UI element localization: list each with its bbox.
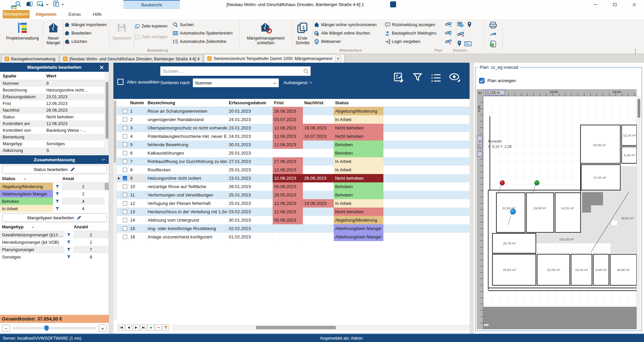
summary-row[interactable]: Sonstiges6 bbox=[0, 253, 109, 261]
sort-ascending-icon[interactable] bbox=[23, 178, 26, 180]
splitter-left[interactable] bbox=[109, 63, 113, 334]
summary-row[interactable]: Behoben4 bbox=[0, 197, 109, 205]
column-header-bezeichnung[interactable]: Bezeichnung bbox=[146, 100, 227, 105]
login-vergeben-button[interactable]: Login vergeben bbox=[385, 39, 441, 45]
zeile-kopieren-button[interactable]: Zeile kopieren bbox=[135, 23, 171, 29]
mangeltypen-bearbeiten-button[interactable]: Mangeltypen bearbeiten bbox=[2, 213, 107, 222]
filter-icon[interactable] bbox=[55, 192, 59, 196]
maengel-importieren-button[interactable]: Mängel importieren bbox=[64, 22, 109, 28]
row-checkbox[interactable] bbox=[123, 210, 127, 214]
import-house-icon[interactable] bbox=[26, 1, 33, 8]
plan-label-icon[interactable] bbox=[464, 41, 472, 48]
summary-row[interactable]: Planungsmangel7 bbox=[0, 246, 109, 253]
detail-row[interactable]: Kontrolliert am12.06.2023 bbox=[0, 120, 105, 127]
report-icon[interactable] bbox=[53, 1, 59, 8]
row-checkbox[interactable] bbox=[123, 134, 127, 138]
detail-row[interactable]: Kontrolliert vonBauleitung Weise - ... bbox=[0, 127, 105, 134]
alle-maengel-online-loeschen-button[interactable]: Alle Mängel online löschen bbox=[314, 30, 385, 36]
maengelmanagement-schliessen-button[interactable]: Mängelmanagement schließen bbox=[240, 19, 291, 47]
auto-zeilenhoehe-button[interactable]: Automatische Zeilenhöhe bbox=[173, 39, 238, 45]
maengel-online-sync-button[interactable]: Mängel online synchronisieren bbox=[314, 22, 385, 28]
bautagebuch-weblogins-button[interactable]: Bautagebuch Weblogins bbox=[385, 30, 441, 36]
horizontal-scrollbar[interactable] bbox=[172, 325, 470, 330]
table-row[interactable]: 13Herdanschluss in der Verteilung mit 1,… bbox=[113, 208, 470, 216]
row-checkbox[interactable] bbox=[123, 117, 127, 122]
detail-row[interactable]: Nachfrist26.06.2023 bbox=[0, 107, 105, 114]
sort-direction-button[interactable]: Aufsteigend bbox=[283, 80, 312, 85]
table-row[interactable]: 5fehlende Bewehrung30.01.202312.06.2023B… bbox=[113, 140, 470, 149]
zoom-in-button[interactable]: + bbox=[99, 325, 107, 332]
plan-anzeigen-checkbox[interactable]: Plan anzeigen bbox=[479, 78, 516, 83]
cad-viewer[interactable]: 10,00 20,00 0,155 m m 0,00 2,377 m bbox=[477, 89, 641, 329]
summary-row[interactable]: Ablehnung/kein Mangel2 bbox=[0, 190, 109, 197]
zeile-einfuegen-button[interactable]: Zeile einfügen bbox=[135, 34, 171, 40]
view-edit-icon[interactable] bbox=[449, 72, 461, 84]
filter-rows-button[interactable] bbox=[162, 324, 169, 331]
remove-row-button[interactable]: − bbox=[155, 324, 162, 331]
column-header-frist[interactable]: Frist bbox=[273, 100, 303, 105]
table-row[interactable]: 6Kalkausblühungen25.01.2023Behoben bbox=[113, 149, 470, 157]
app-menu-button[interactable]: Bautagebuch bbox=[3, 10, 30, 18]
nav-last-button[interactable] bbox=[140, 324, 147, 331]
filter-icon[interactable] bbox=[55, 207, 59, 211]
detail-scrollbar[interactable] bbox=[105, 72, 109, 154]
row-checkbox[interactable] bbox=[123, 226, 127, 231]
edit-list-icon[interactable] bbox=[393, 72, 405, 84]
table-row[interactable]: 2ungenügender Randabstand24.01.202303.07… bbox=[113, 115, 470, 124]
zoom-out-button[interactable]: − bbox=[2, 325, 10, 332]
row-checkbox[interactable] bbox=[123, 109, 127, 113]
filter-icon[interactable] bbox=[67, 240, 71, 244]
detail-row[interactable]: Nummer9 bbox=[0, 80, 105, 87]
neuer-mangel-button[interactable]: Neuer Mangel bbox=[44, 19, 63, 47]
table-row[interactable]: 15ring- oder kreisförmige Rissbildung02.… bbox=[113, 224, 470, 233]
row-checkbox[interactable] bbox=[123, 201, 127, 206]
row-checkbox[interactable] bbox=[123, 218, 127, 222]
filter-icon[interactable] bbox=[413, 73, 422, 83]
table-row[interactable]: 14Ablösung vom Untergrund30.01.202305.06… bbox=[113, 216, 470, 224]
row-checkbox[interactable] bbox=[123, 193, 127, 197]
row-checkbox[interactable] bbox=[123, 142, 127, 147]
summary-row[interactable]: Herstellungsmangel (§4 VOB)1 bbox=[0, 238, 109, 246]
webserver-button[interactable]: Webserver bbox=[314, 39, 385, 45]
table-row[interactable]: 8Rostflecken25.01.202312.06.2023In Arbei… bbox=[113, 166, 470, 174]
weblink-refresh-icon[interactable] bbox=[445, 22, 452, 28]
table-row[interactable]: 3Überspannungsschutz ist nicht vorhanden… bbox=[113, 124, 470, 132]
detail-row[interactable]: BezeichnungHeizungsrohre nicht... bbox=[0, 87, 105, 94]
close-button[interactable] bbox=[625, 0, 644, 9]
document-tab[interactable]: Bautagebuchverwaltung bbox=[1, 55, 59, 63]
row-checkbox[interactable] bbox=[123, 176, 127, 180]
defect-pin-blue[interactable] bbox=[511, 209, 516, 214]
plan-canvas[interactable]: 29,36 m² 12,24 m² 6,35 m² 17,04 m² 22,84… bbox=[483, 96, 637, 329]
nav-previous-button[interactable] bbox=[125, 324, 132, 331]
plan-table-link-icon[interactable] bbox=[457, 22, 464, 29]
table-row[interactable]: 12Verfugung der Fliesen fehlerhaft25.01.… bbox=[113, 199, 470, 208]
table-row[interactable]: 10netzartige Risse auf Teilfläche26.01.2… bbox=[113, 182, 470, 191]
sort-select[interactable]: Nummer bbox=[193, 78, 279, 87]
zoom-slider-thumb[interactable] bbox=[44, 326, 49, 331]
summary-row[interactable]: In Arbeit4 bbox=[0, 205, 109, 212]
plan-pin-icon[interactable] bbox=[467, 22, 472, 29]
minimize-button[interactable] bbox=[586, 0, 605, 9]
nav-first-button[interactable] bbox=[118, 324, 125, 331]
maximize-button[interactable] bbox=[605, 0, 625, 9]
summary-row[interactable]: Abgeltung/Minderung2 bbox=[0, 183, 109, 190]
print-icon[interactable] bbox=[489, 22, 497, 30]
auto-spaltenbreiten-button[interactable]: Automatische Spaltenbreiten bbox=[173, 30, 238, 36]
row-checkbox[interactable] bbox=[123, 159, 127, 164]
column-header-nachfrist[interactable]: Nachfrist bbox=[303, 100, 334, 105]
plan-vertical-scrollbar[interactable] bbox=[637, 96, 641, 329]
zusammenfassung-header[interactable]: Zusammenfassung bbox=[0, 155, 109, 164]
document-tab[interactable]: Seniorenzentrum Tempelhofer Damm 1000: M… bbox=[204, 54, 344, 63]
table-row[interactable]: 16Anlage unzureichend konfiguriert01.02.… bbox=[113, 233, 470, 241]
plan-pin2-icon[interactable] bbox=[457, 41, 462, 48]
row-checkbox[interactable] bbox=[123, 235, 127, 239]
document-tab[interactable]: [Neubau Wohn- und Geschäftshaus Dresden,… bbox=[60, 55, 203, 63]
ribbon-tab-hilfe[interactable]: Hilfe bbox=[87, 10, 108, 18]
sort-ascending-icon[interactable] bbox=[32, 226, 34, 228]
row-checkbox[interactable] bbox=[123, 126, 127, 130]
send-icon[interactable] bbox=[489, 32, 497, 38]
rueckmeldung-anzeigen-button[interactable]: ! Rückmeldung anzeigen bbox=[385, 22, 441, 28]
defect-pin-green[interactable] bbox=[535, 180, 539, 185]
filter-icon[interactable] bbox=[67, 233, 71, 237]
detail-row[interactable]: AbkürzungS bbox=[0, 147, 105, 154]
